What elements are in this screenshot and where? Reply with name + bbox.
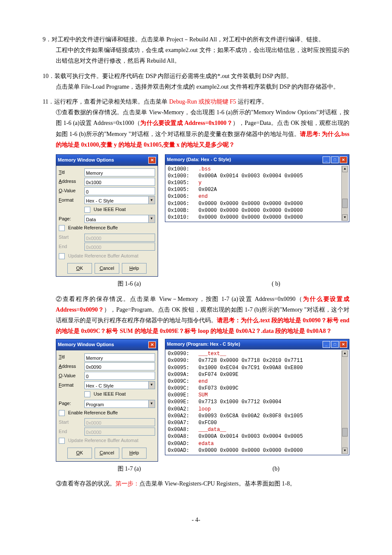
address-field[interactable]: 0x1000 (84, 178, 155, 186)
label: Start (59, 418, 83, 427)
label: Page: (59, 215, 83, 223)
scrollbar[interactable]: ▲ ▼ (341, 350, 348, 454)
text: 对工程中的文件进行编译和链接。点击菜单 Project－Rebuild All，… (52, 36, 324, 43)
ok-button[interactable]: OK (67, 263, 92, 274)
text: 装载可执行文件。要让程序代码在 DSP 内部运行必需将生成的*.out 文件装载… (55, 73, 292, 79)
updref-checkbox (59, 438, 65, 444)
step-num: 10． (43, 73, 55, 79)
close-icon[interactable]: ✕ (148, 157, 156, 164)
step-9: 9．对工程中的文件进行编译和链接。点击菜单 Project－Rebuild Al… (43, 34, 349, 66)
memory-line: 0x00A8: ___data__ (168, 426, 341, 433)
chevron-down-icon[interactable]: ▼ (149, 196, 155, 204)
label: Format (59, 196, 83, 205)
label: Use IEEE Float (94, 205, 126, 214)
ieee-checkbox[interactable] (84, 391, 90, 397)
scrollbar[interactable]: ▲ ▼ (341, 166, 348, 221)
dialog-titlebar[interactable]: Memory Window Options ✕ (56, 155, 158, 166)
ieee-checkbox[interactable] (84, 207, 90, 213)
format-select[interactable]: Hex - C Style (84, 196, 149, 204)
qvalue-field[interactable]: 0 (84, 187, 155, 195)
memory-lines: 0x0090: ___text__0x0090: 0x7728 0x0000 0… (168, 350, 341, 454)
memory-line: 0x0090: 0x7728 0x0000 0x7718 0x2010 0x77… (168, 357, 341, 364)
memory-title: Memory (Program: Hex - C Style) (167, 340, 240, 349)
step-11: 11．运行程序，查看并记录相关结果。点击菜单 Debug-Run 或按功能键 F… (43, 96, 349, 150)
close-icon[interactable]: ✕ (340, 341, 347, 348)
refbuf-checkbox[interactable] (59, 410, 65, 416)
maximize-icon[interactable]: □ (331, 341, 339, 348)
text: 点击菜单 File-Load Programe，选择并双击刚才生成的 examp… (43, 81, 349, 92)
step-num: 9． (43, 36, 52, 43)
label: Start (59, 233, 83, 242)
scroll-thumb[interactable] (342, 428, 348, 436)
chevron-down-icon[interactable]: ▼ (149, 400, 155, 408)
memory-options-dialog: Memory Window Options ✕ TitlMemory Addre… (56, 339, 158, 462)
memory-line: 0x1010: 0x0000 0x0000 0x0000 0x0000 0x00… (168, 214, 341, 221)
label: Enable Reference Buffe (68, 224, 118, 232)
scroll-up-icon[interactable]: ▲ (342, 350, 348, 357)
close-icon[interactable]: ✕ (340, 156, 347, 163)
memory-line: 0x0090: ___text__ (168, 350, 341, 357)
format-select[interactable]: Hex - C Style (84, 381, 149, 389)
page-number: - 4- (43, 515, 349, 525)
memory-line: 0x00A8: 0x000A 0x0014 0x0003 0x0004 0x00… (168, 433, 341, 440)
label: End (59, 243, 83, 251)
caption-a: 图 1-6 (a) (56, 278, 203, 289)
ok-button[interactable]: OK (67, 448, 92, 459)
chevron-down-icon[interactable]: ▼ (149, 215, 155, 223)
start-field: 0x0000 (84, 418, 155, 426)
cancel-button[interactable]: Cancel (95, 263, 119, 274)
label: Update Reference Buffer Automat (68, 252, 138, 260)
memory-line: 0x0095: 0x1000 0xEC04 0x7C91 0x00A8 0xE8… (168, 364, 341, 371)
figure-1-6-caption: 图 1-6 (a) ( b) (56, 278, 349, 289)
address-field[interactable]: 0x0090 (84, 362, 155, 370)
start-field: 0x0000 (84, 234, 155, 242)
help-button[interactable]: Help (122, 448, 147, 459)
text: 运行程序，查看并记录相关结果。点击菜单 (54, 98, 169, 105)
scroll-up-icon[interactable]: ▲ (342, 166, 348, 172)
scroll-down-icon[interactable]: ▼ (342, 214, 348, 221)
caption-a: 图 1-7 (a) (56, 463, 203, 474)
minimize-icon[interactable]: _ (323, 156, 330, 163)
help-button[interactable]: Help (122, 263, 147, 274)
caption-b: (b) (202, 463, 349, 474)
figure-1-7: Memory Window Options ✕ TitlMemory Addre… (56, 339, 349, 462)
memory-line: 0x00A2: 0x0093 0x6C8A 0x00A2 0x80F8 0x10… (168, 413, 341, 419)
label: Q-Value (59, 372, 83, 380)
maximize-icon[interactable]: □ (331, 156, 339, 163)
label: Titl (59, 168, 83, 177)
chevron-down-icon[interactable]: ▼ (149, 381, 155, 389)
memory-line: 0x1005: y (168, 179, 341, 186)
figure-1-6: Memory Window Options ✕ TitlMemory Addre… (56, 154, 349, 277)
title-field[interactable]: Memory (84, 353, 155, 361)
label: Titl (59, 353, 83, 361)
red-text: 为什么要设置成 Address=0x1000？ (140, 120, 233, 126)
step-num: 11． (43, 98, 54, 105)
scroll-down-icon[interactable]: ▼ (342, 448, 348, 454)
qvalue-field[interactable]: 0 (84, 372, 155, 380)
memory-line: 0x00AD: 0x0000 0x0000 0x0000 0x0000 0x00… (168, 447, 341, 454)
dialog-titlebar[interactable]: Memory Window Options ✕ (56, 339, 158, 350)
text: ③查看寄存器的状况。 (56, 480, 115, 487)
memory-line: 0x009E: SUM (168, 392, 341, 399)
red-text: Debug-Run 或按功能键 F5 (169, 98, 238, 105)
memory-line: 0x009E: 0x7713 0x1000 0x7712 0x0004 (168, 399, 341, 405)
label: Use IEEE Float (94, 390, 126, 399)
minimize-icon[interactable]: _ (323, 341, 330, 348)
memory-line: 0x009C: 0xF073 0x009C (168, 385, 341, 392)
close-icon[interactable]: ✕ (148, 341, 156, 348)
memory-line: 0x00AD: edata (168, 440, 341, 447)
memory-titlebar[interactable]: Memory (Data: Hex - C Style) _ □ ✕ (165, 155, 349, 165)
red-text: 第一步： (115, 480, 139, 487)
cancel-button[interactable]: Cancel (95, 448, 119, 459)
label: Enable Reference Buffe (68, 409, 118, 417)
label: Page: (59, 399, 83, 408)
text: ②查看程序的保存情况。点击菜单 View－Memory，按图 1-7 (a)设置… (56, 296, 303, 302)
title-field[interactable]: Memory (84, 168, 155, 176)
page-select[interactable]: Data (84, 215, 149, 223)
memory-titlebar[interactable]: Memory (Program: Hex - C Style) _ □ ✕ (165, 339, 349, 350)
scroll-thumb[interactable] (342, 199, 348, 208)
dialog-title: Memory Window Options (58, 341, 114, 349)
refbuf-checkbox[interactable] (59, 225, 65, 231)
page-select[interactable]: Program (84, 400, 149, 408)
caption-b: ( b) (202, 278, 349, 289)
